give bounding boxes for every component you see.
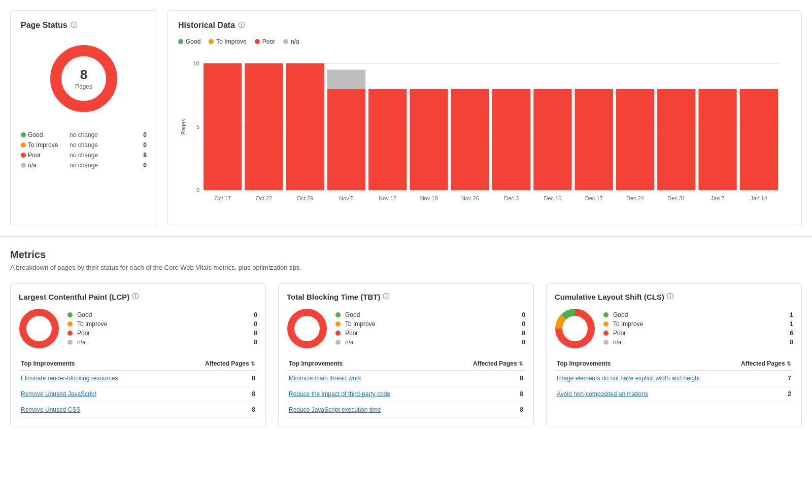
improvements-header-tbt: Top Improvements	[287, 357, 444, 371]
pages-label: Pages	[75, 83, 92, 90]
dot	[335, 340, 341, 345]
improvement-link[interactable]: Remove Unused JavaScript	[19, 386, 174, 402]
dot	[603, 321, 608, 327]
page-status-donut-container: 8 Pages	[21, 38, 147, 119]
metric-donut-row-tbt: Good0To Improve0Poor8n/a0	[287, 308, 525, 349]
metric-title-lcp: Largest Contentful Paint (LCP) ⓘ	[19, 292, 257, 301]
metric-info-icon-tbt[interactable]: ⓘ	[383, 292, 389, 301]
svg-text:Jan 7: Jan 7	[711, 195, 725, 201]
table-row: Remove Unused JavaScript8	[19, 386, 257, 402]
metric-legend-count-cls-Poor: 6	[790, 330, 793, 337]
svg-point-46	[563, 316, 587, 341]
toimprove-label: To Improve	[28, 141, 58, 149]
status-legend: Good no change 0 To Improve no change 0 …	[21, 131, 147, 169]
affected-header-cls: Affected Pages ⇅	[729, 357, 793, 371]
metric-title-cls: Cumulative Layout Shift (CLS) ⓘ	[555, 292, 793, 301]
metric-legend-item-lcp-To Improve: To Improve	[67, 320, 248, 328]
affected-header-tbt: Affected Pages ⇅	[444, 357, 525, 371]
metrics-subtitle: A breakdown of pages by their status for…	[10, 264, 802, 271]
poor-label: Poor	[28, 152, 41, 159]
filter-icon-cls[interactable]: ⇅	[787, 361, 791, 367]
legend-poor: Poor	[21, 152, 61, 159]
na-change: no change	[63, 162, 104, 169]
metric-card-tbt: Total Blocking Time (TBT) ⓘGood0To Impro…	[278, 283, 534, 426]
metric-info-icon-cls[interactable]: ⓘ	[667, 292, 673, 301]
svg-rect-35	[698, 89, 736, 190]
chart-poor-label: Poor	[262, 38, 275, 45]
historical-info-icon[interactable]: ⓘ	[238, 21, 245, 30]
dot	[67, 321, 73, 327]
label: Good	[613, 311, 628, 318]
filter-icon-tbt[interactable]: ⇅	[519, 361, 523, 367]
improvement-link[interactable]: Reduce the impact of third-party code	[287, 386, 444, 402]
svg-rect-12	[245, 63, 283, 190]
improvement-link[interactable]: Minimize main thread work	[287, 371, 444, 386]
metric-legend-count-cls-Good: 1	[790, 311, 793, 318]
metric-legend-count-lcp-Good: 0	[254, 311, 257, 318]
dot	[67, 312, 73, 317]
improvement-count: 8	[174, 402, 257, 418]
label: n/a	[613, 339, 622, 346]
label: n/a	[77, 339, 86, 346]
chart-na-label: n/a	[291, 38, 299, 45]
improvement-link[interactable]: Image elements do not have explicit widt…	[555, 371, 729, 386]
svg-text:Dec 17: Dec 17	[585, 195, 603, 201]
improvement-link[interactable]: Remove Unused CSS	[19, 402, 174, 418]
dot	[67, 331, 73, 336]
svg-text:Nov 12: Nov 12	[379, 195, 396, 201]
improvement-link[interactable]: Reduce JavaScript execution time	[287, 402, 444, 418]
svg-rect-33	[657, 89, 695, 190]
dot	[603, 312, 608, 317]
metric-title-text-lcp: Largest Contentful Paint (LCP)	[19, 293, 129, 301]
table-row: Remove Unused CSS8	[19, 402, 257, 418]
metric-legend-item-tbt-Good: Good	[335, 311, 516, 318]
svg-rect-16	[327, 89, 365, 190]
page-status-info-icon[interactable]: ⓘ	[71, 21, 77, 30]
legend-toimprove: To Improve	[21, 141, 61, 149]
svg-text:5: 5	[196, 124, 199, 130]
svg-text:Dec 24: Dec 24	[626, 195, 644, 201]
svg-rect-21	[410, 89, 448, 190]
metric-legend-item-tbt-n/a: n/a	[335, 339, 516, 346]
improvements-table-cls: Top Improvements Affected Pages ⇅ Image …	[555, 357, 793, 402]
table-row: Reduce the impact of third-party code8	[287, 386, 525, 402]
chart-legend-na: n/a	[283, 38, 299, 45]
legend-good: Good	[21, 131, 61, 138]
affected-header-lcp: Affected Pages ⇅	[174, 357, 257, 371]
svg-rect-29	[575, 89, 613, 190]
chart-legend-good: Good	[178, 38, 200, 45]
label: To Improve	[345, 320, 375, 328]
improvement-link[interactable]: Avoid non-composited animations	[555, 386, 729, 402]
svg-rect-17	[327, 70, 365, 89]
metric-card-lcp: Largest Contentful Paint (LCP) ⓘGood0To …	[10, 283, 266, 426]
metric-legend-item-lcp-Poor: Poor	[67, 330, 248, 337]
metric-legend-item-tbt-Poor: Poor	[335, 330, 516, 337]
historical-title: Historical Data ⓘ	[178, 21, 791, 30]
poor-change: no change	[63, 152, 104, 159]
metric-info-icon-lcp[interactable]: ⓘ	[132, 292, 139, 301]
svg-text:0: 0	[196, 187, 199, 193]
chart-improve-label: To Improve	[216, 38, 246, 45]
poor-count: 8	[106, 152, 147, 159]
metric-legend-item-cls-To Improve: To Improve	[603, 320, 784, 328]
metric-legend-count-tbt-Good: 0	[522, 311, 525, 318]
toimprove-change: no change	[63, 141, 104, 149]
label: Good	[77, 311, 92, 318]
svg-text:Oct 22: Oct 22	[256, 195, 272, 201]
svg-rect-25	[492, 89, 530, 190]
good-label: Good	[28, 131, 43, 138]
improvement-link[interactable]: Eliminate render-blocking resources	[19, 371, 174, 386]
page-status-card: Page Status ⓘ 8 Pages Good	[10, 10, 157, 226]
chart-good-dot	[178, 39, 183, 44]
legend-na: n/a	[21, 162, 61, 169]
svg-text:Jan 14: Jan 14	[751, 195, 767, 201]
improvement-count: 8	[444, 386, 525, 402]
improvements-header-lcp: Top Improvements	[19, 357, 174, 371]
svg-text:Pages: Pages	[180, 119, 186, 135]
label: To Improve	[77, 320, 107, 328]
chart-good-label: Good	[186, 38, 200, 45]
chart-improve-dot	[209, 39, 214, 44]
filter-icon-lcp[interactable]: ⇅	[251, 361, 255, 367]
toimprove-count: 0	[106, 141, 147, 149]
svg-text:10: 10	[193, 60, 199, 66]
